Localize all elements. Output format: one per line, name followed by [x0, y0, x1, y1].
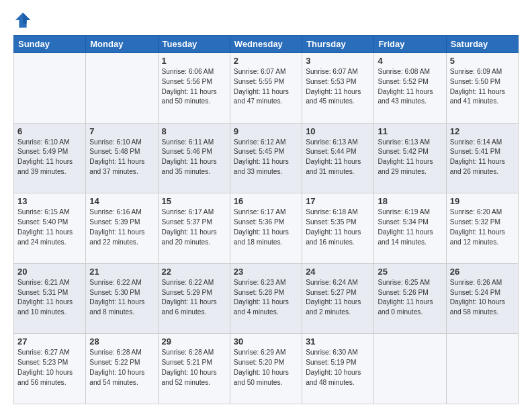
- day-number: 12: [450, 126, 515, 136]
- calendar-cell: [446, 334, 518, 404]
- day-header-monday: Monday: [86, 36, 158, 53]
- day-number: 14: [89, 196, 154, 206]
- calendar-cell: [14, 53, 86, 124]
- cell-info: Sunrise: 6:10 AM Sunset: 5:49 PM Dayligh…: [17, 138, 82, 177]
- calendar-cell: 21Sunrise: 6:22 AM Sunset: 5:30 PM Dayli…: [86, 263, 158, 334]
- cell-info: Sunrise: 6:20 AM Sunset: 5:32 PM Dayligh…: [450, 208, 515, 247]
- day-header-wednesday: Wednesday: [230, 36, 302, 53]
- calendar-cell: 7Sunrise: 6:10 AM Sunset: 5:48 PM Daylig…: [86, 123, 158, 193]
- day-number: 26: [450, 267, 515, 277]
- calendar-cell: 18Sunrise: 6:19 AM Sunset: 5:34 PM Dayli…: [374, 193, 446, 264]
- day-number: 19: [450, 196, 515, 206]
- cell-info: Sunrise: 6:14 AM Sunset: 5:41 PM Dayligh…: [450, 138, 515, 177]
- cell-info: Sunrise: 6:28 AM Sunset: 5:21 PM Dayligh…: [162, 348, 226, 387]
- day-header-saturday: Saturday: [446, 36, 518, 53]
- cell-info: Sunrise: 6:28 AM Sunset: 5:22 PM Dayligh…: [89, 348, 154, 387]
- cell-info: Sunrise: 6:10 AM Sunset: 5:48 PM Dayligh…: [89, 138, 154, 177]
- logo-icon: [13, 11, 32, 30]
- day-number: 11: [378, 126, 442, 136]
- day-number: 23: [234, 267, 298, 277]
- day-number: 6: [17, 126, 82, 136]
- calendar-cell: 9Sunrise: 6:12 AM Sunset: 5:45 PM Daylig…: [230, 123, 302, 193]
- day-number: 17: [306, 196, 370, 206]
- calendar-week-2: 6Sunrise: 6:10 AM Sunset: 5:49 PM Daylig…: [14, 123, 519, 193]
- cell-info: Sunrise: 6:22 AM Sunset: 5:30 PM Dayligh…: [89, 278, 154, 318]
- calendar-cell: [86, 53, 158, 124]
- day-number: 3: [306, 56, 370, 66]
- calendar-cell: 22Sunrise: 6:22 AM Sunset: 5:29 PM Dayli…: [158, 263, 230, 334]
- cell-info: Sunrise: 6:19 AM Sunset: 5:34 PM Dayligh…: [378, 208, 442, 247]
- calendar-cell: 20Sunrise: 6:21 AM Sunset: 5:31 PM Dayli…: [14, 263, 86, 334]
- day-number: 1: [162, 56, 226, 66]
- day-number: 28: [89, 336, 154, 347]
- cell-info: Sunrise: 6:18 AM Sunset: 5:35 PM Dayligh…: [306, 208, 370, 247]
- day-number: 31: [306, 336, 370, 347]
- calendar-cell: 8Sunrise: 6:11 AM Sunset: 5:46 PM Daylig…: [158, 123, 230, 193]
- cell-info: Sunrise: 6:29 AM Sunset: 5:20 PM Dayligh…: [234, 348, 298, 387]
- calendar-cell: 30Sunrise: 6:29 AM Sunset: 5:20 PM Dayli…: [230, 334, 302, 404]
- day-number: 4: [378, 56, 442, 66]
- cell-info: Sunrise: 6:09 AM Sunset: 5:50 PM Dayligh…: [450, 67, 515, 107]
- day-number: 25: [378, 267, 442, 277]
- calendar-cell: 12Sunrise: 6:14 AM Sunset: 5:41 PM Dayli…: [446, 123, 518, 193]
- cell-info: Sunrise: 6:08 AM Sunset: 5:52 PM Dayligh…: [378, 67, 442, 107]
- day-number: 18: [378, 196, 442, 206]
- calendar-cell: 25Sunrise: 6:25 AM Sunset: 5:26 PM Dayli…: [374, 263, 446, 334]
- page: SundayMondayTuesdayWednesdayThursdayFrid…: [0, 0, 532, 411]
- calendar-cell: 19Sunrise: 6:20 AM Sunset: 5:32 PM Dayli…: [446, 193, 518, 264]
- day-number: 27: [17, 336, 82, 347]
- cell-info: Sunrise: 6:21 AM Sunset: 5:31 PM Dayligh…: [17, 278, 82, 318]
- calendar-cell: 2Sunrise: 6:07 AM Sunset: 5:55 PM Daylig…: [230, 53, 302, 124]
- calendar-cell: 4Sunrise: 6:08 AM Sunset: 5:52 PM Daylig…: [374, 53, 446, 124]
- day-number: 16: [234, 196, 298, 206]
- cell-info: Sunrise: 6:30 AM Sunset: 5:19 PM Dayligh…: [306, 348, 370, 387]
- calendar-week-1: 1Sunrise: 6:06 AM Sunset: 5:56 PM Daylig…: [14, 53, 519, 124]
- logo: [13, 11, 36, 30]
- cell-info: Sunrise: 6:13 AM Sunset: 5:42 PM Dayligh…: [378, 138, 442, 177]
- cell-info: Sunrise: 6:27 AM Sunset: 5:23 PM Dayligh…: [17, 348, 82, 387]
- day-number: 30: [234, 336, 298, 347]
- calendar-table: SundayMondayTuesdayWednesdayThursdayFrid…: [13, 35, 519, 404]
- day-number: 5: [450, 56, 515, 66]
- cell-info: Sunrise: 6:13 AM Sunset: 5:44 PM Dayligh…: [306, 138, 370, 177]
- calendar-cell: 14Sunrise: 6:16 AM Sunset: 5:39 PM Dayli…: [86, 193, 158, 264]
- calendar-cell: 11Sunrise: 6:13 AM Sunset: 5:42 PM Dayli…: [374, 123, 446, 193]
- cell-info: Sunrise: 6:26 AM Sunset: 5:24 PM Dayligh…: [450, 278, 515, 318]
- day-number: 29: [162, 336, 226, 347]
- cell-info: Sunrise: 6:17 AM Sunset: 5:37 PM Dayligh…: [162, 208, 226, 247]
- header: [13, 11, 519, 30]
- calendar-cell: 27Sunrise: 6:27 AM Sunset: 5:23 PM Dayli…: [14, 334, 86, 404]
- cell-info: Sunrise: 6:25 AM Sunset: 5:26 PM Dayligh…: [378, 278, 442, 318]
- calendar-cell: 31Sunrise: 6:30 AM Sunset: 5:19 PM Dayli…: [302, 334, 374, 404]
- cell-info: Sunrise: 6:07 AM Sunset: 5:55 PM Dayligh…: [234, 67, 298, 107]
- calendar-cell: 23Sunrise: 6:23 AM Sunset: 5:28 PM Dayli…: [230, 263, 302, 334]
- day-header-friday: Friday: [374, 36, 446, 53]
- calendar-week-4: 20Sunrise: 6:21 AM Sunset: 5:31 PM Dayli…: [14, 263, 519, 334]
- day-number: 15: [162, 196, 226, 206]
- day-number: 7: [89, 126, 154, 136]
- cell-info: Sunrise: 6:24 AM Sunset: 5:27 PM Dayligh…: [306, 278, 370, 318]
- day-number: 13: [17, 196, 82, 206]
- day-header-tuesday: Tuesday: [158, 36, 230, 53]
- cell-info: Sunrise: 6:11 AM Sunset: 5:46 PM Dayligh…: [162, 138, 226, 177]
- calendar-week-5: 27Sunrise: 6:27 AM Sunset: 5:23 PM Dayli…: [14, 334, 519, 404]
- calendar-cell: 5Sunrise: 6:09 AM Sunset: 5:50 PM Daylig…: [446, 53, 518, 124]
- calendar-cell: 6Sunrise: 6:10 AM Sunset: 5:49 PM Daylig…: [14, 123, 86, 193]
- calendar-cell: [374, 334, 446, 404]
- calendar-header-row: SundayMondayTuesdayWednesdayThursdayFrid…: [14, 36, 519, 53]
- day-number: 21: [89, 267, 154, 277]
- day-number: 9: [234, 126, 298, 136]
- day-number: 2: [234, 56, 298, 66]
- calendar-cell: 10Sunrise: 6:13 AM Sunset: 5:44 PM Dayli…: [302, 123, 374, 193]
- day-number: 10: [306, 126, 370, 136]
- day-header-thursday: Thursday: [302, 36, 374, 53]
- calendar-cell: 17Sunrise: 6:18 AM Sunset: 5:35 PM Dayli…: [302, 193, 374, 264]
- calendar-cell: 1Sunrise: 6:06 AM Sunset: 5:56 PM Daylig…: [158, 53, 230, 124]
- cell-info: Sunrise: 6:23 AM Sunset: 5:28 PM Dayligh…: [234, 278, 298, 318]
- calendar-cell: 28Sunrise: 6:28 AM Sunset: 5:22 PM Dayli…: [86, 334, 158, 404]
- cell-info: Sunrise: 6:06 AM Sunset: 5:56 PM Dayligh…: [162, 67, 226, 107]
- svg-marker-1: [23, 13, 30, 24]
- calendar-cell: 29Sunrise: 6:28 AM Sunset: 5:21 PM Dayli…: [158, 334, 230, 404]
- cell-info: Sunrise: 6:17 AM Sunset: 5:36 PM Dayligh…: [234, 208, 298, 247]
- calendar-cell: 3Sunrise: 6:07 AM Sunset: 5:53 PM Daylig…: [302, 53, 374, 124]
